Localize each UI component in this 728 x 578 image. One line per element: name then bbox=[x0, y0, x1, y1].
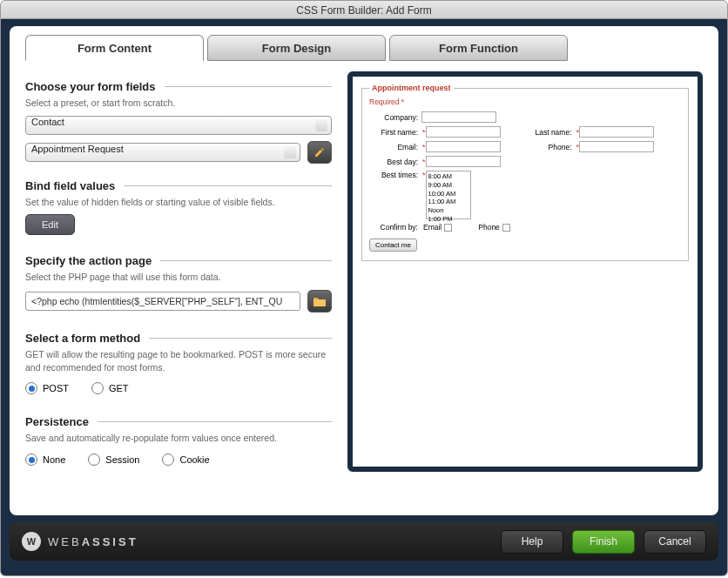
preview-column: Appointment request Required * Company: … bbox=[347, 71, 703, 472]
preview-first-input bbox=[426, 126, 501, 138]
preview-legend: Appointment request bbox=[369, 84, 454, 92]
radio-icon bbox=[25, 382, 37, 394]
preview-confirm-phone-label: Phone bbox=[478, 223, 500, 232]
cancel-button[interactable]: Cancel bbox=[644, 530, 706, 554]
action-sub: Select the PHP page that will use this f… bbox=[25, 271, 332, 284]
brand-light: WEB bbox=[48, 535, 82, 548]
brand-logo-icon: W bbox=[22, 532, 41, 551]
persist-session-radio[interactable]: Session bbox=[88, 454, 139, 466]
tab-form-function[interactable]: Form Function bbox=[389, 35, 568, 61]
chevron-down-icon bbox=[319, 124, 324, 127]
browse-action-button[interactable] bbox=[307, 290, 332, 313]
tabs: Form Content Form Design Form Function bbox=[25, 35, 703, 61]
finish-button[interactable]: Finish bbox=[572, 530, 635, 554]
preview-company-label: Company: bbox=[369, 113, 421, 122]
bind-head: Bind field values bbox=[25, 179, 332, 192]
preview-bestday-input bbox=[426, 156, 501, 167]
action-head: Specify the action page bbox=[25, 254, 332, 267]
fields-title: Choose your form fields bbox=[25, 80, 156, 93]
dialog-frame: Form Content Form Design Form Function C… bbox=[0, 19, 728, 576]
help-button[interactable]: Help bbox=[501, 530, 563, 554]
dialog-footer: W WEBASSIST Help Finish Cancel bbox=[10, 522, 718, 561]
preview-bestday-label: Best day: bbox=[369, 158, 421, 166]
method-get-label: GET bbox=[109, 383, 129, 393]
method-sub: GET will allow the resulting page to be … bbox=[25, 348, 332, 373]
divider bbox=[98, 421, 332, 422]
preview-confirm-label: Confirm by: bbox=[369, 223, 421, 232]
persist-none-radio[interactable]: None bbox=[25, 454, 65, 466]
preview-time-option: 11:00 AM bbox=[428, 198, 468, 206]
persist-session-label: Session bbox=[105, 454, 139, 465]
preview-besttimes-label: Best times: bbox=[369, 171, 421, 179]
divider bbox=[149, 338, 332, 339]
radio-icon bbox=[91, 382, 104, 394]
persist-cookie-label: Cookie bbox=[179, 454, 209, 465]
preview-first-label: First name: bbox=[369, 128, 421, 137]
preview-confirm-email-checkbox bbox=[444, 224, 452, 232]
method-post-label: POST bbox=[43, 383, 69, 393]
preview-confirm-email-label: Email bbox=[423, 223, 442, 232]
persist-cookie-radio[interactable]: Cookie bbox=[162, 454, 209, 466]
preview-phone-label: Phone: bbox=[523, 143, 576, 151]
preset-category-value: Contact bbox=[31, 117, 64, 127]
form-preview: Appointment request Required * Company: … bbox=[347, 71, 703, 472]
tab-form-design[interactable]: Form Design bbox=[207, 35, 386, 61]
edit-bindings-button[interactable]: Edit bbox=[25, 214, 75, 235]
edit-preset-button[interactable] bbox=[307, 141, 332, 164]
preset-template-value: Appointment Request bbox=[31, 144, 124, 154]
preview-company-input bbox=[421, 111, 496, 123]
pencil-icon bbox=[313, 146, 326, 158]
preview-time-option: Noon bbox=[428, 206, 468, 215]
bind-title: Bind field values bbox=[25, 179, 115, 192]
preview-email-label: Email: bbox=[369, 143, 421, 151]
preset-category-select[interactable]: Contact bbox=[25, 116, 332, 135]
divider bbox=[124, 185, 332, 186]
radio-icon bbox=[25, 454, 37, 466]
action-page-input[interactable] bbox=[25, 292, 300, 311]
fields-sub: Select a preset, or start from scratch. bbox=[25, 97, 332, 110]
preview-time-option: 10:00 AM bbox=[428, 190, 468, 198]
chevron-down-icon bbox=[287, 151, 293, 154]
preview-required: Required * bbox=[369, 97, 681, 106]
preview-phone-input bbox=[579, 141, 654, 152]
method-get-radio[interactable]: GET bbox=[91, 382, 129, 394]
bind-sub: Set the value of hidden fields or starti… bbox=[25, 196, 332, 209]
divider bbox=[160, 260, 332, 261]
persist-sub: Save and automatically re-populate form … bbox=[25, 432, 332, 445]
radio-icon bbox=[162, 454, 174, 466]
preview-fieldset: Appointment request Required * Company: … bbox=[361, 84, 689, 261]
persist-title: Persistence bbox=[25, 415, 89, 428]
radio-icon bbox=[88, 454, 100, 466]
preview-email-input bbox=[426, 141, 501, 152]
content-card: Form Content Form Design Form Function C… bbox=[10, 26, 718, 515]
preview-submit-button: Contact me bbox=[369, 239, 417, 252]
preview-last-label: Last name: bbox=[523, 128, 576, 137]
fields-head: Choose your form fields bbox=[25, 80, 332, 93]
tab-form-content[interactable]: Form Content bbox=[25, 35, 204, 61]
method-title: Select a form method bbox=[25, 332, 140, 345]
folder-icon bbox=[313, 296, 326, 306]
preview-time-option: 9:00 AM bbox=[428, 181, 468, 190]
method-head: Select a form method bbox=[25, 332, 332, 345]
method-post-radio[interactable]: POST bbox=[25, 382, 69, 394]
preset-template-select[interactable]: Appointment Request bbox=[25, 143, 300, 162]
action-title: Specify the action page bbox=[25, 254, 152, 267]
divider bbox=[165, 86, 332, 87]
preview-last-input bbox=[579, 126, 654, 138]
brand-text: WEBASSIST bbox=[48, 535, 138, 548]
persist-none-label: None bbox=[43, 454, 65, 465]
preview-confirm-phone-checkbox bbox=[502, 224, 510, 232]
brand: W WEBASSIST bbox=[22, 532, 138, 551]
window-titlebar: CSS Form Builder: Add Form bbox=[0, 0, 728, 19]
persist-head: Persistence bbox=[25, 415, 332, 428]
settings-column: Choose your form fields Select a preset,… bbox=[25, 71, 332, 472]
preview-time-option: 8:00 AM bbox=[428, 172, 468, 181]
brand-bold: ASSIST bbox=[82, 535, 138, 548]
preview-times-list: 8:00 AM 9:00 AM 10:00 AM 11:00 AM Noon 1… bbox=[426, 171, 471, 219]
